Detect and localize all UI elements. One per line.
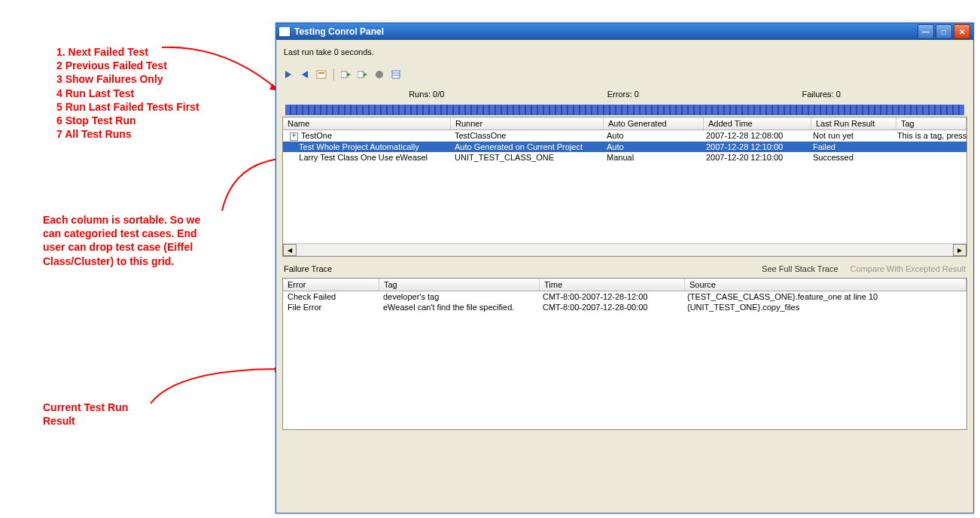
tests-grid-header: Name Runner Auto Generated Added Time La… xyxy=(283,117,966,130)
col-auto[interactable]: Auto Generated xyxy=(604,117,704,130)
annotation-current-result: Current Test Run Result xyxy=(43,401,128,428)
fcol-tag[interactable]: Tag xyxy=(379,279,540,291)
cell-runner: Auto Generated on Current Project xyxy=(450,142,602,152)
svg-rect-9 xyxy=(341,72,347,78)
failure-grid-header: Error Tag Time Source xyxy=(283,279,966,291)
annotation-toolbar-list: 1. Next Failed Test 2 Previous Failed Te… xyxy=(56,45,199,141)
svg-marker-12 xyxy=(364,72,367,77)
stop-test-run-icon[interactable] xyxy=(373,69,385,81)
toolbar xyxy=(282,67,967,87)
cell-auto: Auto xyxy=(602,142,702,152)
svg-marker-5 xyxy=(285,71,291,78)
svg-marker-10 xyxy=(347,72,351,77)
failure-grid-body[interactable]: Check Faileddeveloper's tagCMT-8:00-2007… xyxy=(283,291,966,419)
annotation-sortable: Each column is sortable. So we can categ… xyxy=(43,213,200,268)
expand-icon[interactable]: + xyxy=(290,133,298,141)
failures-stat: Failures: 0 xyxy=(802,90,840,99)
toolbar-separator xyxy=(333,69,334,81)
table-row[interactable]: Check Faileddeveloper's tagCMT-8:00-2007… xyxy=(283,291,966,302)
svg-rect-14 xyxy=(392,71,400,78)
scroll-left-icon[interactable]: ◀ xyxy=(283,244,297,256)
tests-grid: Name Runner Auto Generated Added Time La… xyxy=(282,117,967,257)
cell-added: 2007-12-28 12:08:00 xyxy=(702,130,808,142)
cell-auto: Auto xyxy=(602,130,702,142)
fcell-time: CMT-8:00-2007-12-28-00:00 xyxy=(538,302,683,312)
run-last-failed-first-icon[interactable] xyxy=(357,69,369,81)
fcell-source: {TEST_CASE_CLASS_ONE}.feature_one at lin… xyxy=(683,291,966,302)
table-row[interactable]: File ErroreWeasel can't find the file sp… xyxy=(283,302,966,312)
col-name[interactable]: Name xyxy=(283,117,451,130)
run-last-test-icon[interactable] xyxy=(340,69,352,81)
cell-name: Larry Test Class One Use eWeasel xyxy=(283,152,450,163)
svg-rect-11 xyxy=(358,72,364,78)
stats-row: Runs: 0/0 Errors: 0 Failures: 0 xyxy=(282,87,967,103)
scroll-right-icon[interactable]: ▶ xyxy=(953,244,966,256)
compare-expected-result-link[interactable]: Compare With Excepted Result xyxy=(851,264,966,273)
table-row[interactable]: +TestOneTestClassOneAuto2007-12-28 12:08… xyxy=(283,130,966,142)
fcell-error: File Error xyxy=(283,302,379,312)
cell-name: Test Whole Project Automatically xyxy=(283,142,450,152)
cell-auto: Manual xyxy=(602,152,702,163)
titlebar[interactable]: Testing Conrol Panel — □ ✕ xyxy=(276,23,973,40)
next-failed-test-icon[interactable] xyxy=(282,69,294,81)
col-added[interactable]: Added Time xyxy=(704,117,811,130)
close-button[interactable]: ✕ xyxy=(954,24,970,39)
cell-runner: UNIT_TEST_CLASS_ONE xyxy=(450,152,602,163)
col-runner[interactable]: Runner xyxy=(451,117,604,130)
fcell-error: Check Failed xyxy=(283,291,379,302)
fcol-error[interactable]: Error xyxy=(283,279,379,291)
failure-trace-header: Failure Trace See Full Stack Trace Compa… xyxy=(282,257,967,276)
svg-point-13 xyxy=(376,71,383,78)
fcell-tag: developer's tag xyxy=(379,291,538,302)
status-last-run: Last run take 0 seconds. xyxy=(282,44,967,67)
fcol-time[interactable]: Time xyxy=(540,279,685,291)
cell-added: 2007-12-20 12:10:00 xyxy=(702,152,808,163)
all-test-runs-icon[interactable] xyxy=(390,69,402,81)
runs-stat: Runs: 0/0 xyxy=(409,90,444,99)
maximize-button[interactable]: □ xyxy=(936,24,952,39)
table-row[interactable]: Larry Test Class One Use eWeaselUNIT_TES… xyxy=(283,152,966,163)
tests-hscroll[interactable]: ◀ ▶ xyxy=(283,243,966,256)
cell-runner: TestClassOne xyxy=(450,130,602,142)
cell-result: Failed xyxy=(808,142,893,152)
window-icon xyxy=(279,27,290,36)
fcell-source: {UNIT_TEST_ONE}.copy_files xyxy=(683,302,966,312)
minimize-button[interactable]: — xyxy=(918,24,934,39)
fcell-tag: eWeasel can't find the file specified. xyxy=(379,302,538,312)
cell-name: +TestOne xyxy=(283,130,450,142)
progress-bar xyxy=(285,105,964,115)
cell-result: Not run yet xyxy=(808,130,893,142)
see-full-stack-trace-link[interactable]: See Full Stack Trace xyxy=(762,264,838,273)
previous-failed-test-icon[interactable] xyxy=(299,69,311,81)
svg-rect-7 xyxy=(317,71,326,78)
cell-result: Successed xyxy=(808,152,893,163)
failure-grid: Error Tag Time Source Check Faileddevelo… xyxy=(282,278,967,430)
col-tag[interactable]: Tag xyxy=(896,117,966,130)
svg-rect-8 xyxy=(318,72,324,74)
show-failures-only-icon[interactable] xyxy=(315,69,327,81)
cell-tag xyxy=(893,142,966,152)
failure-trace-label: Failure Trace xyxy=(284,264,332,273)
window-title: Testing Conrol Panel xyxy=(294,26,918,37)
table-row[interactable]: Test Whole Project AutomaticallyAuto Gen… xyxy=(283,142,966,152)
cell-added: 2007-12-28 12:10:00 xyxy=(702,142,808,152)
tests-grid-body[interactable]: +TestOneTestClassOneAuto2007-12-28 12:08… xyxy=(283,130,966,243)
errors-stat: Errors: 0 xyxy=(607,90,639,99)
fcol-source[interactable]: Source xyxy=(685,279,966,291)
scroll-track[interactable] xyxy=(297,245,953,255)
svg-marker-6 xyxy=(302,71,308,78)
col-result[interactable]: Last Run Result xyxy=(811,117,896,130)
testing-control-panel-window: Testing Conrol Panel — □ ✕ Last run take… xyxy=(275,23,974,513)
cell-tag: This is a tag, press to edit. xyxy=(893,130,966,142)
fcell-time: CMT-8:00-2007-12-28-12:00 xyxy=(538,291,683,302)
cell-tag xyxy=(893,152,966,163)
